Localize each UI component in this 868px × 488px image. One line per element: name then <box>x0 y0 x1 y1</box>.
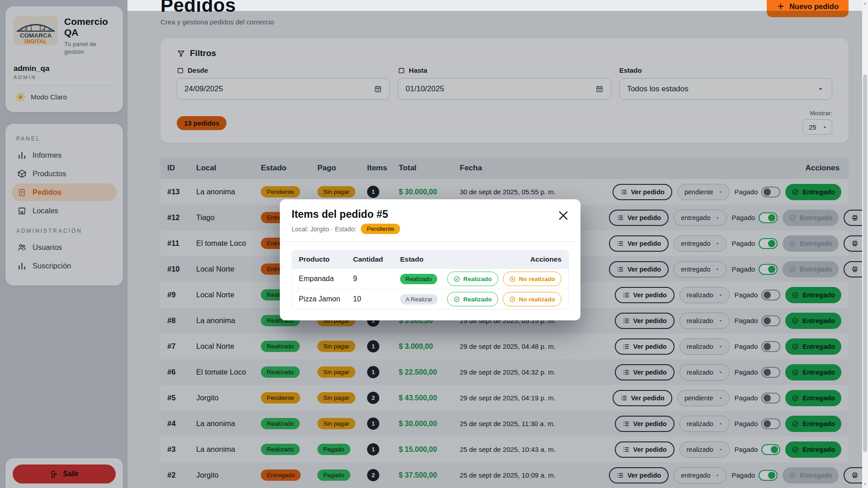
close-icon[interactable] <box>557 209 570 222</box>
item-status-badge: Realizado <box>400 274 437 284</box>
modal-table-body: Empanada9RealizadoRealizadoNo realizadoP… <box>292 268 568 309</box>
divider <box>280 241 580 242</box>
item-status-badge: A Realizar <box>400 294 438 305</box>
check-circle-icon <box>453 296 460 303</box>
modal-items-table: ProductoCantidadEstadoAcciones Empanada9… <box>292 250 569 310</box>
mark-not-done-button[interactable]: No realizado <box>503 292 561 306</box>
mark-done-button[interactable]: Realizado <box>447 272 498 286</box>
scrollbar[interactable]: ▲ ▼ <box>862 0 868 488</box>
modal-meta-text: Local: Jorgito · Estado: <box>292 225 356 233</box>
new-order-label: Nuevo pedido <box>789 2 839 11</box>
x-circle-icon <box>509 276 516 282</box>
mark-done-button[interactable]: Realizado <box>447 292 498 306</box>
item-quantity: 9 <box>353 275 400 283</box>
order-status-badge: Pendiente <box>361 224 400 234</box>
mark-not-done-button[interactable]: No realizado <box>503 272 561 286</box>
modal-column-header-cantidad: Cantidad <box>353 255 400 263</box>
item-quantity: 10 <box>353 295 400 303</box>
plus-icon <box>777 2 785 10</box>
item-product: Pizza Jamon <box>299 295 353 303</box>
modal-column-header-producto: Producto <box>299 255 353 263</box>
modal-item-row: Empanada9RealizadoRealizadoNo realizado <box>292 268 568 289</box>
modal-column-header-acciones: Acciones <box>530 255 561 263</box>
scrollbar-thumb[interactable] <box>863 75 867 452</box>
app-screen: COMARCA DIGITAL Comercio QA Tu panel de … <box>0 0 868 488</box>
modal-table-header: ProductoCantidadEstadoAcciones <box>292 250 568 268</box>
order-items-modal: Items del pedido #5 Local: Jorgito · Est… <box>280 199 580 320</box>
check-circle-icon <box>453 276 460 282</box>
item-product: Empanada <box>299 275 353 283</box>
modal-column-header-estado: Estado <box>400 255 530 263</box>
modal-backdrop[interactable] <box>0 0 127 488</box>
scroll-up-icon[interactable]: ▲ <box>862 0 868 7</box>
x-circle-icon <box>509 296 516 303</box>
scroll-down-icon[interactable]: ▼ <box>862 481 868 488</box>
modal-title: Items del pedido #5 <box>292 208 569 221</box>
modal-item-row: Pizza Jamon10A RealizarRealizadoNo reali… <box>292 289 568 309</box>
